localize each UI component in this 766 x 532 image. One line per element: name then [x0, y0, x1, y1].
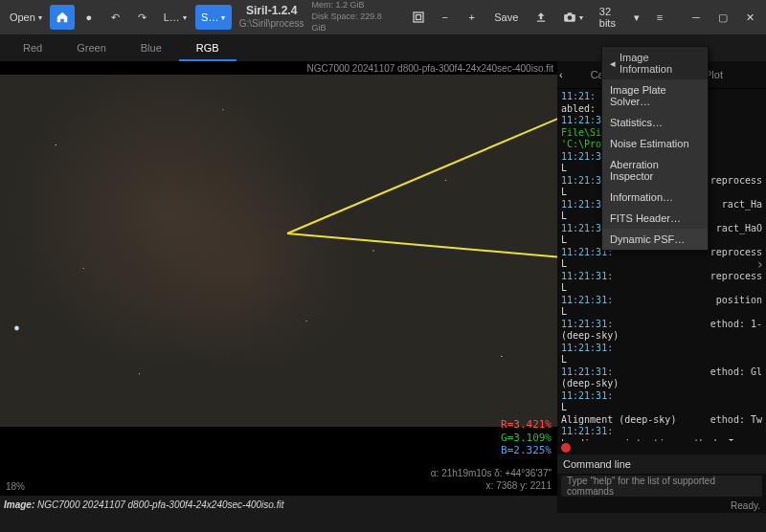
menu-dynamic-psf[interactable]: Dynamic PSF…	[602, 229, 708, 250]
command-line-input[interactable]: Type "help" for the list of supported co…	[561, 476, 762, 497]
zoom-level: 18%	[6, 481, 25, 492]
record-indicator	[561, 443, 571, 453]
memory-info: Mem: 1.2 GiB Disk Space: 229.8 GiB	[312, 0, 398, 33]
svg-rect-0	[414, 12, 423, 22]
image-viewer[interactable]: NGC7000 20241107 d800-pfa-300f4-24x240se…	[0, 61, 557, 513]
menu-back-header[interactable]: ◂ Image Information	[602, 47, 708, 79]
home-button[interactable]	[50, 5, 75, 30]
maximize-button[interactable]: ▢	[710, 5, 735, 30]
frame-label: Image: NGC7000 20241107 d800-pfa-300f4-2…	[0, 496, 557, 513]
status-bar	[0, 513, 766, 532]
zoom-out-button[interactable]: −	[433, 5, 458, 30]
hamburger-button[interactable]: ≡	[647, 5, 672, 30]
undo-button[interactable]: ↶	[103, 5, 128, 30]
pixel-rgb-readout: R=3.421% G=3.109% B=2.325%	[501, 418, 552, 457]
tab-rgb[interactable]: RGB	[179, 36, 237, 61]
bits-selector[interactable]: 32 bits▾	[594, 5, 645, 30]
s-dropdown[interactable]: S…▾	[195, 5, 232, 30]
fit-button[interactable]	[406, 5, 431, 30]
menu-aberration[interactable]: Aberration Inspector	[602, 154, 708, 187]
panel-next-icon[interactable]: ›	[756, 256, 764, 274]
menu-noise-estimation[interactable]: Noise Estimation	[602, 133, 708, 154]
loaded-image-name: NGC7000 20241107 d800-pfa-300f4-24x240se…	[304, 61, 557, 76]
cursor-coordinates: α: 21h19m10s δ: +44°36'37" x: 7368 y: 22…	[431, 467, 552, 492]
menu-fits-header[interactable]: FITS Header…	[602, 208, 708, 229]
starfield-image	[0, 75, 557, 427]
image-information-menu: ◂ Image Information Image Plate Solver… …	[601, 46, 709, 251]
tab-blue[interactable]: Blue	[124, 36, 179, 61]
minimize-button[interactable]: ─	[684, 5, 709, 30]
window-title: Siril-1.2.4 G:\Siril\process	[239, 5, 304, 29]
open-button[interactable]: Open▾	[4, 5, 48, 30]
command-line-heading: Command line	[557, 454, 766, 474]
save-button[interactable]: Save	[486, 5, 527, 30]
close-window-button[interactable]: ✕	[737, 5, 762, 30]
panel-prev-icon[interactable]: ‹	[559, 69, 563, 80]
svg-point-3	[568, 15, 573, 20]
menu-information[interactable]: Information…	[602, 187, 708, 208]
snapshot-button[interactable]: ▾	[555, 5, 592, 30]
command-status: Ready.	[557, 499, 766, 513]
circle-button[interactable]: ●	[77, 5, 101, 30]
tab-red[interactable]: Red	[6, 36, 59, 61]
redo-button[interactable]: ↷	[130, 5, 155, 30]
svg-rect-4	[568, 12, 573, 14]
svg-rect-1	[416, 15, 420, 20]
main-toolbar: Open▾ ● ↶ ↷ L…▾ S…▾ Siril-1.2.4 G:\Siril…	[0, 0, 766, 34]
menu-statistics[interactable]: Statistics…	[602, 112, 708, 133]
l-dropdown[interactable]: L…▾	[157, 5, 193, 30]
tab-green[interactable]: Green	[59, 36, 124, 61]
menu-plate-solver[interactable]: Image Plate Solver…	[602, 79, 708, 112]
zoom-in-button[interactable]: +	[460, 5, 484, 30]
export-button[interactable]	[529, 5, 553, 30]
